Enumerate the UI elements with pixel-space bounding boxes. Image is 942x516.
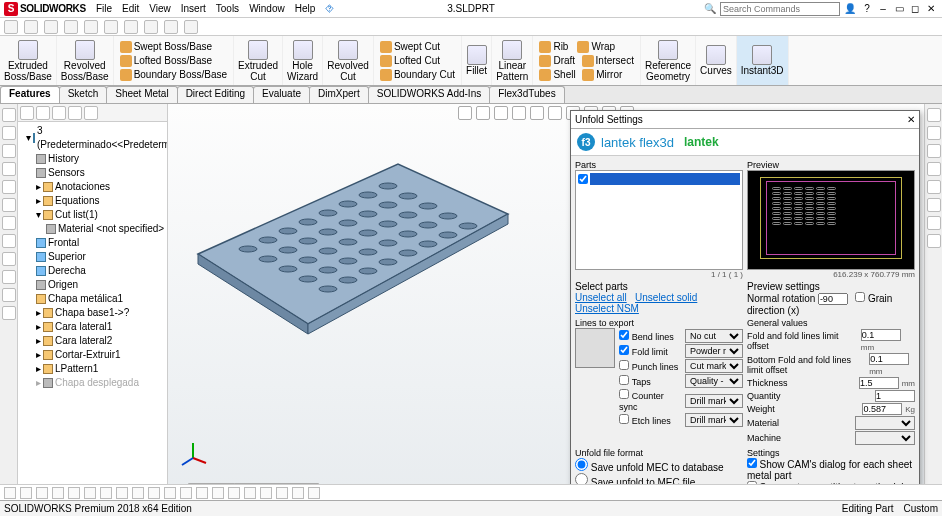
reference-geometry-button[interactable]: ReferenceGeometry — [641, 36, 696, 85]
tab-direct-editing[interactable]: Direct Editing — [177, 86, 254, 103]
view-icon[interactable] — [458, 106, 472, 120]
line-checkbox[interactable] — [619, 389, 629, 399]
task-pane-icon[interactable] — [927, 234, 941, 248]
line-select[interactable]: Drill mark — [685, 394, 743, 408]
redo-icon[interactable] — [104, 20, 118, 34]
show-cam-dialog-checkbox[interactable] — [747, 458, 757, 468]
task-pane-icon[interactable] — [927, 162, 941, 176]
uff-radio[interactable] — [575, 458, 588, 471]
tab-sketch[interactable]: Sketch — [59, 86, 108, 103]
sk-icon[interactable] — [148, 487, 160, 499]
user-icon[interactable]: 👤 — [844, 3, 856, 14]
sk-icon[interactable] — [212, 487, 224, 499]
new-icon[interactable] — [4, 20, 18, 34]
line-checkbox[interactable] — [619, 360, 629, 370]
sk-icon[interactable] — [260, 487, 272, 499]
sk-icon[interactable] — [276, 487, 288, 499]
undo-icon[interactable] — [84, 20, 98, 34]
tree-item[interactable]: ▸Equations — [20, 194, 165, 208]
tree-item[interactable]: Frontal — [20, 236, 165, 250]
rail-icon[interactable] — [2, 288, 16, 302]
grain-checkbox[interactable] — [855, 292, 865, 302]
boundary-cut-button[interactable]: Boundary Cut — [376, 68, 459, 82]
rib-button[interactable]: Rib Wrap — [535, 40, 638, 54]
hole-wizard-button[interactable]: HoleWizard — [283, 36, 323, 85]
tree-item[interactable]: Chapa metálica1 — [20, 292, 165, 306]
swept-boss-button[interactable]: Swept Boss/Base — [116, 40, 231, 54]
sk-icon[interactable] — [84, 487, 96, 499]
view-icon[interactable] — [476, 106, 490, 120]
tree-item[interactable]: ▸Chapa base1->? — [20, 306, 165, 320]
rotation-input[interactable] — [818, 293, 848, 305]
line-select[interactable]: No cut — [685, 329, 743, 343]
tab-addins[interactable]: SOLIDWORKS Add-Ins — [368, 86, 490, 103]
menu-insert[interactable]: Insert — [181, 3, 206, 14]
revolved-boss-button[interactable]: RevolvedBoss/Base — [57, 36, 114, 85]
sk-icon[interactable] — [228, 487, 240, 499]
tree-tab-icon[interactable] — [20, 106, 34, 120]
line-checkbox[interactable] — [619, 414, 629, 424]
lofted-boss-button[interactable]: Lofted Boss/Base — [116, 54, 231, 68]
line-checkbox[interactable] — [619, 375, 629, 385]
sk-icon[interactable] — [116, 487, 128, 499]
rail-icon[interactable] — [2, 270, 16, 284]
line-select[interactable]: Drill mark — [685, 413, 743, 427]
rail-icon[interactable] — [2, 306, 16, 320]
tab-evaluate[interactable]: Evaluate — [253, 86, 310, 103]
gv-input[interactable] — [862, 403, 902, 415]
lofted-cut-button[interactable]: Lofted Cut — [376, 54, 459, 68]
options-icon[interactable] — [144, 20, 158, 34]
tree-tab-icon[interactable] — [68, 106, 82, 120]
sk-icon[interactable] — [308, 487, 320, 499]
extruded-cut-button[interactable]: ExtrudedCut — [234, 36, 283, 85]
rail-icon[interactable] — [2, 252, 16, 266]
gv-input[interactable] — [861, 329, 901, 341]
gv-select[interactable] — [855, 416, 915, 430]
menu-help[interactable]: Help — [295, 3, 316, 14]
rail-icon[interactable] — [2, 180, 16, 194]
task-pane-icon[interactable] — [927, 108, 941, 122]
task-pane-icon[interactable] — [927, 198, 941, 212]
rebuild-icon[interactable] — [124, 20, 138, 34]
search-input[interactable] — [720, 2, 840, 16]
parts-list[interactable] — [575, 170, 743, 270]
line-select[interactable]: Quality - 1 — [685, 374, 743, 388]
sk-icon[interactable] — [68, 487, 80, 499]
tree-item[interactable]: ▾Cut list(1) — [20, 208, 165, 222]
extruded-boss-button[interactable]: ExtrudedBoss/Base — [0, 36, 57, 85]
tree-item[interactable]: Material <not specified> — [20, 222, 165, 236]
rail-icon[interactable] — [2, 108, 16, 122]
tab-flex3dtubes[interactable]: Flex3dTubes — [489, 86, 564, 103]
sk-icon[interactable] — [180, 487, 192, 499]
draft-button[interactable]: Draft Intersect — [535, 54, 638, 68]
dialog-titlebar[interactable]: Unfold Settings ✕ — [571, 111, 919, 129]
tree-item[interactable]: History — [20, 152, 165, 166]
line-select[interactable]: Powder ma — [685, 344, 743, 358]
menu-file[interactable]: File — [96, 3, 112, 14]
sk-icon[interactable] — [4, 487, 16, 499]
tree-item[interactable]: Origen — [20, 278, 165, 292]
tree-item[interactable]: ▸Cara lateral1 — [20, 320, 165, 334]
tree-root[interactable]: ▾3 (Predeterminado<<Predeterminado) — [20, 124, 165, 152]
gv-input[interactable] — [875, 390, 915, 402]
instant3d-button[interactable]: Instant3D — [737, 36, 789, 85]
status-custom[interactable]: Custom — [904, 503, 938, 514]
sk-icon[interactable] — [164, 487, 176, 499]
line-select[interactable]: Cut mark — [685, 359, 743, 373]
tab-features[interactable]: Features — [0, 86, 60, 103]
line-checkbox[interactable] — [619, 330, 629, 340]
tree-item[interactable]: ▸Cara lateral2 — [20, 334, 165, 348]
part-checkbox[interactable] — [578, 174, 588, 184]
tree-item[interactable]: ▸LPattern1 — [20, 362, 165, 376]
tree-item[interactable]: ▸Anotaciones — [20, 180, 165, 194]
sk-icon[interactable] — [132, 487, 144, 499]
view-icon[interactable] — [530, 106, 544, 120]
view-icon[interactable] — [494, 106, 508, 120]
sk-icon[interactable] — [292, 487, 304, 499]
view-icon[interactable] — [512, 106, 526, 120]
help-icon[interactable]: ⯑ — [325, 3, 335, 14]
unselect-all-link[interactable]: Unselect all — [575, 292, 627, 303]
task-pane-icon[interactable] — [927, 144, 941, 158]
open-icon[interactable] — [24, 20, 38, 34]
tree-item[interactable]: Derecha — [20, 264, 165, 278]
